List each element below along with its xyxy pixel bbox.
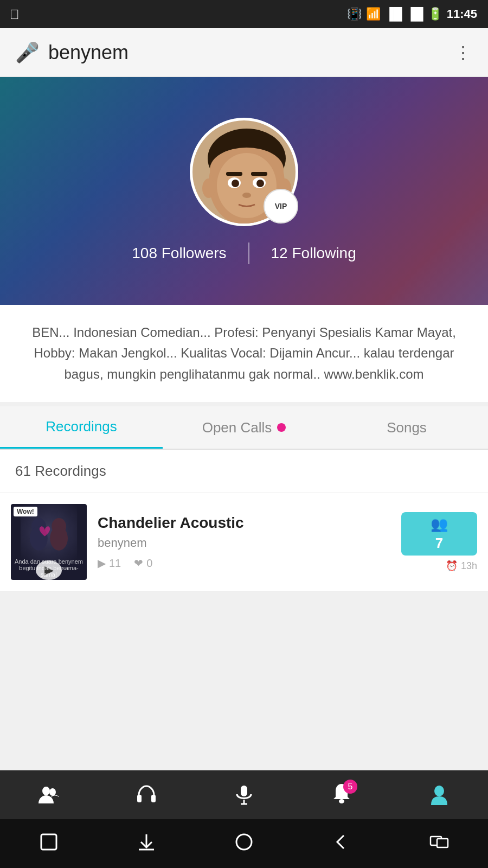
recording-username: benynem xyxy=(98,536,393,550)
vip-badge: VIP xyxy=(264,189,298,224)
wifi-icon: 📶 xyxy=(366,7,381,21)
plays-count: 11 xyxy=(109,557,121,570)
thumb-inner: Wow! ▶ Anda dan suara benynem begitu ind… xyxy=(11,504,87,580)
battery-icon: 🔋 xyxy=(428,7,442,21)
svg-point-9 xyxy=(232,180,239,187)
svg-point-32 xyxy=(236,834,252,850)
collab-count: 7 xyxy=(435,535,443,552)
square-sys-icon xyxy=(39,832,59,852)
clock-icon: ⏰ xyxy=(446,560,458,572)
tab-recordings[interactable]: Recordings xyxy=(0,406,163,449)
header-left: 🎤 benynem xyxy=(15,41,129,64)
svg-point-11 xyxy=(242,193,251,198)
svg-point-19 xyxy=(50,526,68,551)
recording-info: Chandelier Acoustic benynem ▶ 11 ❤ 0 xyxy=(98,514,401,570)
recording-item: Wow! ▶ Anda dan suara benynem begitu ind… xyxy=(0,493,488,591)
system-nav xyxy=(0,819,488,868)
bell-badge: 5 xyxy=(343,780,357,794)
followers-row: 108 Followers 12 Following xyxy=(110,242,378,264)
headphones-nav-icon xyxy=(136,784,157,805)
switch-sys-icon xyxy=(429,832,449,852)
thumb-caption: Anda dan suara benynem begitu indah bers… xyxy=(11,558,87,578)
recordings-count-label: 61 Recordings xyxy=(0,450,488,493)
recording-right: 👥 7 ⏰ 13h xyxy=(401,512,488,572)
bottom-nav: 5 xyxy=(0,770,488,819)
mic-nav-icon xyxy=(234,784,254,805)
tab-recordings-label: Recordings xyxy=(46,418,117,435)
sys-circle-button[interactable] xyxy=(234,832,254,856)
time-display: 11:45 xyxy=(447,7,477,21)
nav-people[interactable] xyxy=(38,784,59,805)
tab-songs[interactable]: Songs xyxy=(325,406,488,449)
open-calls-notification-dot xyxy=(277,423,286,432)
svg-rect-6 xyxy=(251,172,267,176)
signal2-icon: ▐█ xyxy=(407,7,423,21)
recording-thumbnail[interactable]: Wow! ▶ Anda dan suara benynem begitu ind… xyxy=(11,504,87,580)
back-sys-icon xyxy=(332,832,351,852)
sys-back-button[interactable] xyxy=(332,832,351,856)
following-count[interactable]: 12 Following xyxy=(249,245,378,262)
status-left: ⎕ xyxy=(11,7,18,21)
people-nav-icon xyxy=(38,784,59,805)
recordings-count-text: 61 Recordings xyxy=(15,463,106,479)
svg-rect-23 xyxy=(151,795,156,802)
heart-icon: ❤ xyxy=(134,557,143,570)
vibrate-icon: 📳 xyxy=(347,7,362,21)
recording-meta: ▶ 11 ❤ 0 xyxy=(98,557,393,570)
likes-count: 0 xyxy=(146,557,152,570)
sys-switch-button[interactable] xyxy=(429,832,449,856)
svg-point-12 xyxy=(202,178,215,198)
nav-profile[interactable] xyxy=(429,784,450,805)
nav-headphones[interactable] xyxy=(136,784,157,805)
app-header: 🎤 benynem ⋮ xyxy=(0,28,488,77)
nav-bell[interactable]: 5 xyxy=(331,783,352,807)
svg-rect-5 xyxy=(226,172,242,176)
svg-point-21 xyxy=(49,788,56,796)
circle-sys-icon xyxy=(234,832,254,852)
more-options-button[interactable]: ⋮ xyxy=(454,42,473,63)
bio-text: BEN... Indonesian Comedian... Profesi: P… xyxy=(22,322,466,385)
svg-rect-29 xyxy=(41,834,56,850)
download-sys-icon xyxy=(137,832,156,852)
bell-badge-count: 5 xyxy=(348,782,353,792)
profile-banner: benynem VIP 108 Followers 12 Following xyxy=(0,77,488,305)
bio-section: BEN... Indonesian Comedian... Profesi: P… xyxy=(0,305,488,406)
profile-nav-icon xyxy=(429,784,450,805)
svg-point-20 xyxy=(42,787,50,795)
signal-icon: ▐█ xyxy=(385,7,402,21)
avatar-wrapper: benynem VIP xyxy=(190,118,298,226)
tab-open-calls-label: Open Calls xyxy=(202,419,272,436)
play-icon: ▶ xyxy=(98,557,106,570)
time-ago: ⏰ 13h xyxy=(446,560,477,572)
collab-button[interactable]: 👥 7 xyxy=(401,512,477,556)
header-title: benynem xyxy=(48,41,129,64)
svg-rect-24 xyxy=(241,786,247,796)
sys-square-button[interactable] xyxy=(39,832,59,856)
followers-count[interactable]: 108 Followers xyxy=(110,245,248,262)
collab-icon: 👥 xyxy=(431,516,448,533)
time-value: 13h xyxy=(461,560,477,572)
tab-open-calls[interactable]: Open Calls xyxy=(163,406,325,449)
tab-songs-label: Songs xyxy=(387,419,427,436)
nav-mic[interactable] xyxy=(234,784,254,805)
plays-meta: ▶ 11 xyxy=(98,557,121,570)
status-right: 📳 📶 ▐█ ▐█ 🔋 11:45 xyxy=(347,7,477,21)
chat-icon: ⎕ xyxy=(11,7,18,21)
svg-point-28 xyxy=(434,786,444,796)
tabs-bar: Recordings Open Calls Songs xyxy=(0,406,488,450)
sys-download-button[interactable] xyxy=(137,832,156,856)
svg-rect-34 xyxy=(437,839,448,847)
recording-title: Chandelier Acoustic xyxy=(98,514,393,532)
wow-label: Wow! xyxy=(14,507,37,516)
mic-header-icon: 🎤 xyxy=(15,41,40,64)
svg-point-27 xyxy=(339,799,344,803)
status-bar: ⎕ 📳 📶 ▐█ ▐█ 🔋 11:45 xyxy=(0,0,488,28)
svg-point-10 xyxy=(256,180,264,187)
svg-rect-22 xyxy=(137,795,142,802)
likes-meta: ❤ 0 xyxy=(134,557,152,570)
